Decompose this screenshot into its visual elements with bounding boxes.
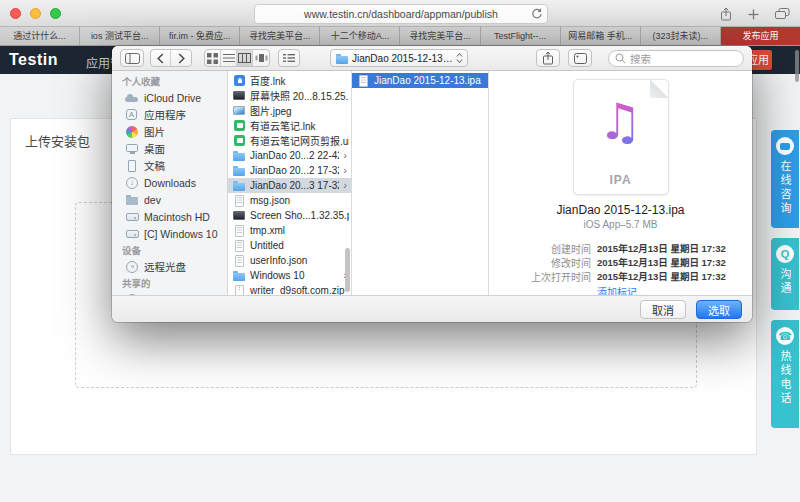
url-bar[interactable]: www.testin.cn/dashboard/appman/publish bbox=[254, 4, 548, 24]
browser-tab[interactable]: 寻找完美平台... bbox=[240, 27, 320, 45]
close-window-button[interactable] bbox=[10, 8, 21, 19]
note-icon bbox=[232, 119, 246, 132]
file-name: writer_d9soft.com.zip bbox=[250, 285, 349, 295]
file-name: Screen Sho...1.32.35.png bbox=[250, 210, 349, 221]
tab-overview-icon[interactable] bbox=[775, 8, 790, 20]
file-row[interactable]: 有道云笔记.lnk bbox=[228, 118, 351, 133]
img-icon bbox=[232, 104, 246, 117]
dialog-toolbar: JianDao 2015-12-13 17... bbox=[112, 46, 752, 71]
file-row[interactable]: Untitled bbox=[228, 238, 351, 253]
browser-tab[interactable]: fir.im - 免费应... bbox=[160, 27, 240, 45]
file-row[interactable]: 屏幕快照 20...8.15.25.19 bbox=[228, 88, 351, 103]
file-row[interactable]: writer_d9soft.com.zip bbox=[228, 283, 351, 295]
browser-tab[interactable]: 通过计什么... bbox=[0, 27, 80, 45]
file-row[interactable]: userInfo.json bbox=[228, 253, 351, 268]
refresh-icon[interactable] bbox=[531, 8, 543, 20]
share-icon[interactable] bbox=[720, 7, 732, 21]
browser-tab[interactable]: (323封未读)... bbox=[641, 27, 721, 45]
drive-icon bbox=[125, 210, 139, 223]
file-name: JianDao 20...3 17-32-41 bbox=[250, 180, 339, 191]
coverflow-view-button[interactable] bbox=[253, 50, 269, 66]
site-logo[interactable]: Testin bbox=[9, 51, 58, 69]
file-row[interactable]: 有道云笔记网页剪报.url bbox=[228, 133, 351, 148]
file-row[interactable]: Windows 10› bbox=[228, 268, 351, 283]
sidebar-item[interactable]: 图片 bbox=[112, 123, 227, 140]
sidebar-item[interactable]: iCloud Drive bbox=[112, 89, 227, 106]
down-icon bbox=[125, 176, 139, 189]
choose-button[interactable]: 选取 bbox=[696, 300, 742, 319]
share-icon bbox=[542, 51, 554, 65]
column-scrollbar-thumb[interactable] bbox=[345, 248, 350, 292]
tags-button[interactable] bbox=[568, 49, 592, 67]
shot-icon bbox=[232, 89, 246, 102]
widget-qq-chat[interactable]: Q沟通 bbox=[771, 238, 799, 310]
new-tab-icon[interactable] bbox=[748, 9, 759, 20]
doc-icon bbox=[356, 74, 370, 87]
sidebar-item[interactable]: Downloads bbox=[112, 174, 227, 191]
browser-tab[interactable]: 发布应用 bbox=[721, 27, 800, 45]
cancel-button[interactable]: 取消 bbox=[640, 300, 686, 319]
chevron-right-icon: › bbox=[343, 148, 349, 163]
search-icon bbox=[615, 53, 626, 64]
browser-tab[interactable]: 寻找完美平台... bbox=[400, 27, 480, 45]
page-icon bbox=[125, 159, 139, 172]
file-row[interactable]: tmp.xml bbox=[228, 223, 351, 238]
note-icon bbox=[232, 134, 246, 147]
browser-tab[interactable]: ios 测试平台... bbox=[80, 27, 160, 45]
link-icon bbox=[232, 74, 246, 87]
sidebar-item[interactable]: [C] Windows 10 bbox=[112, 225, 227, 242]
zoom-window-button[interactable] bbox=[50, 8, 61, 19]
minimize-window-button[interactable] bbox=[30, 8, 41, 19]
widget-online-consult[interactable]: 在线咨询 bbox=[771, 130, 799, 228]
arrange-button[interactable] bbox=[278, 49, 300, 67]
phone-icon: ☎ bbox=[776, 327, 794, 345]
desktop-icon bbox=[125, 142, 139, 155]
share-button[interactable] bbox=[536, 49, 560, 67]
file-row[interactable]: 图片.jpeg bbox=[228, 103, 351, 118]
sidebar-item[interactable]: 应用程序 bbox=[112, 106, 227, 123]
dialog-footer: 取消 选取 bbox=[112, 295, 752, 322]
preview-filename: JianDao 2015-12-13.ipa bbox=[556, 203, 684, 217]
scrollbar-thumb[interactable] bbox=[795, 50, 799, 82]
file-row[interactable]: 百度.lnk bbox=[228, 73, 351, 88]
sidebar-section-title: 设备 bbox=[112, 244, 227, 258]
folder-popup-menu[interactable]: JianDao 2015-12-13 17... bbox=[330, 49, 468, 67]
sidebar-item[interactable]: dev bbox=[112, 191, 227, 208]
file-row[interactable]: JianDao 20...2 17-32-46› bbox=[228, 163, 351, 178]
file-row[interactable]: msg.json bbox=[228, 193, 351, 208]
browser-tab[interactable]: 网易邮箱 手机... bbox=[561, 27, 641, 45]
sidebar-item-label: 应用程序 bbox=[144, 107, 186, 122]
sidebar-toggle-icon bbox=[125, 53, 140, 64]
file-name: userInfo.json bbox=[250, 255, 349, 266]
shot-icon bbox=[232, 209, 246, 222]
forward-button[interactable] bbox=[171, 50, 191, 66]
search-field[interactable]: 搜索 bbox=[608, 50, 744, 67]
browser-tab[interactable]: TestFlight--... bbox=[481, 27, 561, 45]
sidebar-item[interactable]: 桌面 bbox=[112, 140, 227, 157]
chat-icon bbox=[776, 137, 794, 155]
widget-label: 在线咨询 bbox=[777, 160, 793, 216]
file-name: JianDao 20...2 17-32-46 bbox=[250, 165, 339, 176]
sidebar-item-label: 远程光盘 bbox=[144, 259, 186, 274]
back-button[interactable] bbox=[151, 50, 171, 66]
icon-view-button[interactable] bbox=[205, 50, 221, 66]
file-row[interactable]: JianDao 2015-12-13.ipa bbox=[352, 73, 488, 88]
file-row[interactable]: Screen Sho...1.32.35.png bbox=[228, 208, 351, 223]
sidebar-item[interactable]: 远程光盘 bbox=[112, 258, 227, 275]
sidebar-item[interactable]: Macintosh HD bbox=[112, 208, 227, 225]
sidebar-item-label: dev bbox=[144, 194, 161, 206]
column-view-button[interactable] bbox=[237, 50, 253, 66]
browser-tab[interactable]: 十二个移动A... bbox=[320, 27, 400, 45]
add-tags-link[interactable]: 添加标记... bbox=[597, 284, 645, 295]
widget-hotline[interactable]: ☎热线电话 bbox=[771, 320, 799, 428]
sidebar-toggle-button[interactable] bbox=[120, 49, 144, 67]
list-view-button[interactable] bbox=[221, 50, 237, 66]
preview-kind-size: iOS App–5.7 MB bbox=[584, 219, 658, 230]
sidebar-item[interactable]: 文稿 bbox=[112, 157, 227, 174]
ipa-icon-label: IPA bbox=[574, 173, 668, 187]
file-row[interactable]: JianDao 20...2 22-42-32› bbox=[228, 148, 351, 163]
metadata-row: 修改时间2015年12月13日 星期日 17:32 bbox=[499, 255, 742, 269]
doc-icon bbox=[232, 239, 246, 252]
file-row[interactable]: JianDao 20...3 17-32-41› bbox=[228, 178, 351, 193]
widget-label: 沟通 bbox=[777, 268, 793, 296]
